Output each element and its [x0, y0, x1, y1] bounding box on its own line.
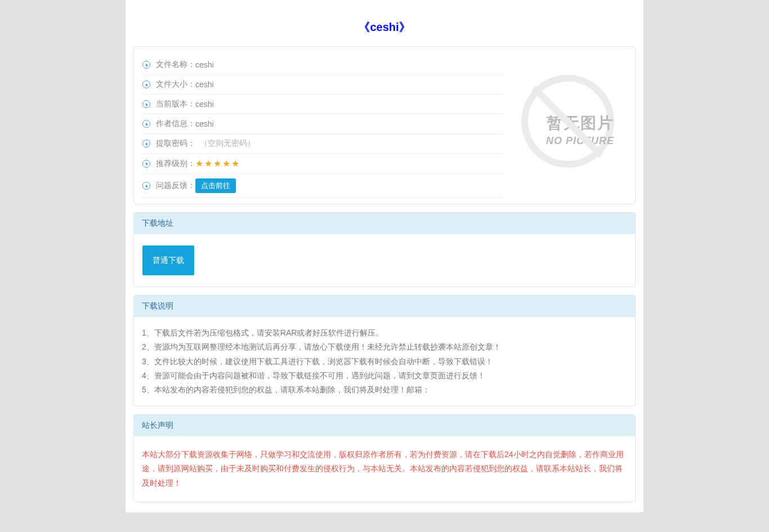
- star-rating-icon: ★★★★★: [195, 158, 240, 169]
- detail-row-filename: 文件名称： ceshi: [142, 55, 503, 75]
- no-picture-placeholder: 暂无图片 NO PICTURE: [508, 75, 627, 168]
- detail-label: 作者信息：: [156, 119, 195, 129]
- disclaimer-text: 本站大部分下载资源收集于网络，只做学习和交流使用，版权归原作者所有，若为付费资源…: [134, 436, 635, 502]
- detail-row-filesize: 文件大小： ceshi: [142, 75, 503, 95]
- detail-value: （空则无密码）: [200, 138, 255, 149]
- panel-body: 普通下载: [134, 234, 635, 287]
- detail-row-feedback: 问题反馈： 点击前往: [142, 174, 503, 198]
- detail-row-version: 当前版本： ceshi: [142, 95, 503, 114]
- slash-circle-icon: 暂无图片 NO PICTURE: [521, 75, 614, 168]
- detail-label: 文件大小：: [156, 79, 195, 90]
- disclaimer-panel: 站长声明 本站大部分下载资源收集于网络，只做学习和交流使用，版权归原作者所有，若…: [133, 414, 636, 502]
- chevron-right-icon: [142, 100, 150, 108]
- download-address-panel: 下载地址 普通下载: [133, 212, 636, 287]
- chevron-right-icon: [142, 81, 150, 88]
- detail-row-password: 提取密码： （空则无密码）: [142, 134, 503, 154]
- info-line: 2、资源均为互联网整理经本地测试后再分享，请放心下载使用！未经允许禁止转载抄袭本…: [142, 340, 627, 354]
- detail-label: 推荐级别：: [156, 159, 195, 169]
- detail-label: 提取密码：: [156, 138, 195, 149]
- feedback-button[interactable]: 点击前往: [195, 178, 236, 193]
- detail-label: 问题反馈：: [156, 181, 195, 191]
- detail-value: ceshi: [195, 100, 214, 109]
- detail-value: ceshi: [195, 119, 214, 128]
- chevron-right-icon: [142, 140, 150, 147]
- chevron-right-icon: [142, 61, 150, 69]
- details-panel: 文件名称： ceshi 文件大小： ceshi 当前版本： ceshi 作者信息…: [133, 46, 636, 204]
- no-picture-en: NO PICTURE: [516, 135, 645, 147]
- detail-row-author: 作者信息： ceshi: [142, 114, 503, 134]
- panel-header: 下载地址: [134, 213, 635, 234]
- info-line: 3、文件比较大的时候，建议使用下载工具进行下载，浏览器下载有时候会自动中断，导致…: [142, 355, 627, 369]
- panel-header: 站长声明: [134, 415, 635, 436]
- detail-value: ceshi: [195, 80, 214, 89]
- info-line: 4、资源可能会由于内容问题被和谐，导致下载链接不可用，遇到此问题，请到文章页面进…: [142, 369, 627, 383]
- detail-row-rating: 推荐级别： ★★★★★: [142, 154, 503, 174]
- detail-value: [195, 139, 200, 148]
- detail-value: ceshi: [195, 60, 214, 69]
- info-line: 1、下载后文件若为压缩包格式，请安装RAR或者好压软件进行解压。: [142, 326, 627, 340]
- panel-body: 1、下载后文件若为压缩包格式，请安装RAR或者好压软件进行解压。 2、资源均为互…: [134, 317, 635, 406]
- detail-label: 当前版本：: [156, 99, 195, 109]
- chevron-right-icon: [142, 120, 150, 128]
- chevron-right-icon: [142, 160, 150, 168]
- details-list: 文件名称： ceshi 文件大小： ceshi 当前版本： ceshi 作者信息…: [142, 55, 503, 198]
- download-info-panel: 下载说明 1、下载后文件若为压缩包格式，请安装RAR或者好压软件进行解压。 2、…: [133, 295, 636, 406]
- info-line: 5、本站发布的内容若侵犯到您的权益，请联系本站删除，我们将及时处理！邮箱：: [142, 383, 627, 397]
- page-title: 《ceshi》: [126, 14, 643, 46]
- panel-header: 下载说明: [134, 296, 635, 317]
- footer-copyright: © 2019 游戏服务器 版权所有: [0, 512, 769, 532]
- chevron-right-icon: [142, 182, 150, 190]
- detail-label: 文件名称：: [156, 60, 195, 70]
- no-picture-cn: 暂无图片: [516, 113, 645, 134]
- download-button[interactable]: 普通下载: [142, 245, 194, 275]
